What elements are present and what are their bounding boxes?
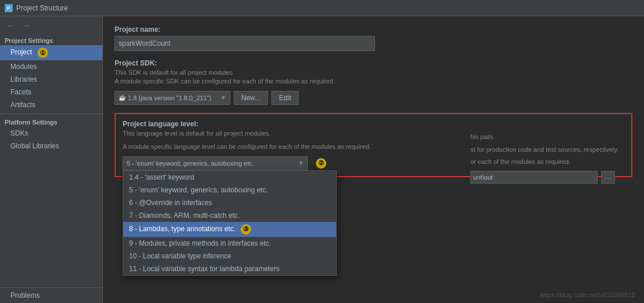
output-path-input[interactable] [470,171,598,184]
right-text-3: or each of the modules as required. [470,157,632,167]
right-text-2: st for production code and test sources,… [470,145,632,155]
project-name-label: Project name: [115,25,632,34]
dropdown-item-10[interactable]: 10 - Local variable type inference [123,250,336,262]
window-title: Project Structure [16,4,68,12]
sidebar-item-libraries[interactable]: Libraries [0,73,102,86]
sdk-row: ☕ 1.8 (java version "1.8.0_211") ▼ New..… [115,91,632,105]
dropdown-item-8[interactable]: 8 - Lambdas, type annotations etc. ③ [123,222,336,237]
project-settings-header: Project Settings [0,35,102,45]
lang-dropdown-arrow-icon: ▼ [298,160,304,166]
content-area: Project name: Project SDK: This SDK is d… [103,16,644,303]
watermark: https://blog.csdn.net/u010360923 [540,291,635,298]
sdk-section: Project SDK: This SDK is default for all… [115,59,632,105]
problems-section: Problems [0,287,102,303]
output-row: … [470,171,632,184]
lang-dropdown-text: 5 - 'enum' keyword, generics, autoboxing… [127,160,296,167]
sidebar-item-modules[interactable]: Modules [0,60,102,73]
sdk-dropdown-text: 1.8 (java version "1.8.0_211") [128,94,218,101]
dropdown-item-6[interactable]: 6 - @Override in interfaces [123,196,336,209]
output-browse-button[interactable]: … [601,171,615,184]
dropdown-item-14[interactable]: 1.4 - 'assert' keyword [123,171,336,184]
sdk-desc1: This SDK is default for all project modu… [115,68,632,77]
sidebar-item-sdks[interactable]: SDKs [0,127,102,140]
nav-back-button[interactable]: ← [5,20,17,31]
right-panel-extra: his path. st for production code and tes… [470,132,632,184]
circle-num-1: ① [38,48,48,58]
sdk-new-button[interactable]: New... [234,91,268,105]
platform-settings-header: Platform Settings [0,116,102,127]
app-icon: P [5,4,13,12]
dropdown-item-7[interactable]: 7 - Diamonds, ARM, multi-catch etc. [123,209,336,222]
title-bar: P Project Structure [0,0,644,16]
lang-dropdown[interactable]: 5 - 'enum' keyword, generics, autoboxing… [123,156,308,170]
sdk-desc2: A module specific SDK can be configured … [115,77,632,86]
main-container: ← → Project Settings Project ① Modules L… [0,16,644,303]
circle-num-3: ③ [241,224,251,235]
lang-dropdown-popup: 1.4 - 'assert' keyword 5 - 'enum' keywor… [123,170,337,276]
sidebar: ← → Project Settings Project ① Modules L… [0,16,103,303]
circle-num-2: ② [316,158,326,169]
right-text-1: his path. [470,132,632,143]
sidebar-item-problems[interactable]: Problems [0,288,102,303]
sdk-dropdown[interactable]: ☕ 1.8 (java version "1.8.0_211") ▼ [115,91,230,105]
sdk-edit-button[interactable]: Edit [271,91,299,105]
sdk-java-icon: ☕ [119,94,126,101]
sidebar-item-facets[interactable]: Facets [0,86,102,98]
dropdown-item-11[interactable]: 11 - Local variable syntax for lambda pa… [123,262,336,275]
nav-forward-button[interactable]: → [20,20,32,31]
project-name-input[interactable] [115,36,375,51]
sdk-label: Project SDK: [115,59,632,67]
sdk-dropdown-arrow-icon: ▼ [220,94,226,101]
sidebar-divider [0,114,102,114]
lang-level-label: Project language level: [123,120,624,128]
lang-dropdown-wrapper: 5 - 'enum' keyword, generics, autoboxing… [123,156,308,170]
nav-controls: ← → [0,16,102,35]
sidebar-item-global-libraries[interactable]: Global Libraries [0,140,102,152]
dropdown-item-9[interactable]: 9 - Modules, private methods in interfac… [123,237,336,250]
sidebar-item-artifacts[interactable]: Artifacts [0,98,102,111]
sidebar-item-project[interactable]: Project ① [0,45,102,60]
dropdown-item-5[interactable]: 5 - 'enum' keyword, generics, autoboxing… [123,184,336,196]
